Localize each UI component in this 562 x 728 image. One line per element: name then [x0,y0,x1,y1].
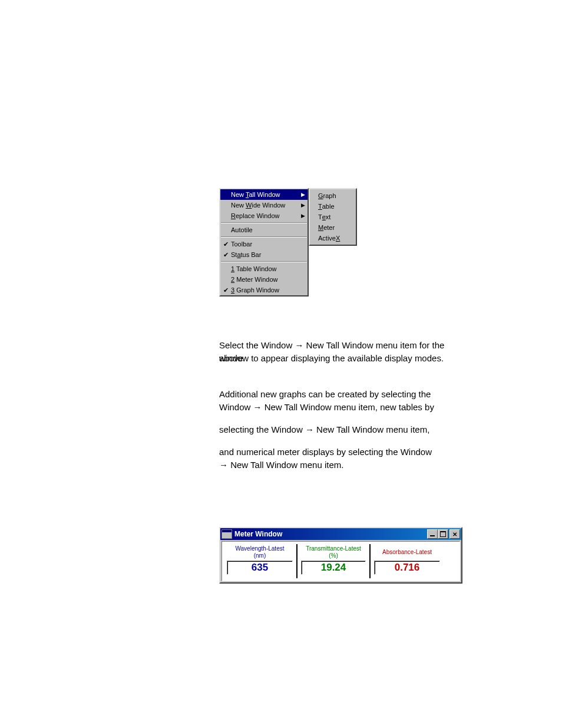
submenu-arrow-icon: ▶ [298,213,305,219]
menu-item[interactable]: ✔3 Graph Window [220,285,308,295]
meter-value: 635 [252,562,268,574]
text: Window [219,402,253,412]
arrow-icon: → [295,340,303,350]
paragraph-2c: selecting the Window → New Tall Window m… [219,423,467,436]
menu-item[interactable]: Replace Window▶ [220,210,308,221]
text: window to appear displaying the availabl… [219,353,444,363]
meter-cell-label: Transmittance-Latest(%) [301,545,366,559]
submenu-item[interactable]: Table [310,201,356,212]
menu-item[interactable]: 1 Table Window [220,263,308,274]
minimize-button[interactable] [427,529,438,539]
paragraph-2e: → New Tall Window menu item. [219,459,467,472]
menu-item[interactable]: 2 Meter Window [220,274,308,285]
menu-item-label: Replace Window [231,212,298,219]
window-menu-main: New Tall Window▶New Wide Window▶Replace … [219,188,309,297]
menu-item-label: 1 Table Window [231,265,298,272]
menu-item[interactable]: New Tall Window▶ [220,189,308,200]
submenu-arrow-icon: ▶ [298,202,305,208]
menu-item-label: New Wide Window [231,202,298,209]
menu-item-label: Autotile [231,226,298,233]
meter-value: 19.24 [321,562,346,574]
meter-window: Meter Window ✕ Wavelength-Latest(nm)635T… [219,527,462,584]
menu-item[interactable]: ✔Toolbar [220,239,308,249]
arrow-icon: → [219,460,228,470]
meter-cell: Transmittance-Latest(%)19.24 [297,544,371,578]
submenu-item[interactable]: ActiveX [310,233,356,243]
text: New Tall Window menu item. [230,460,343,470]
meter-window-titlebar: Meter Window ✕ [220,528,461,540]
paragraph-2b: Window → New Tall Window menu item, new … [219,401,467,414]
arrow-icon: → [305,424,314,434]
window-menu-screenshot: New Tall Window▶New Wide Window▶Replace … [219,188,309,297]
menu-item[interactable]: Autotile [220,225,308,235]
system-menu-icon[interactable] [222,529,232,539]
check-icon: ✔ [220,286,231,294]
meter-cell: Wavelength-Latest(nm)635 [224,544,297,578]
arrow-icon: → [253,402,262,412]
meter-cell-label: Wavelength-Latest(nm) [227,545,293,559]
menu-item-label: Status Bar [231,251,298,258]
meter-value-box: 0.716 [374,561,440,575]
submenu-item[interactable]: Meter [310,222,356,233]
text: Additional new graphs can be created by … [219,389,431,399]
window-menu-submenu: GraphTableTextMeterActiveX [309,188,357,246]
menu-item-label: 3 Graph Window [231,286,298,294]
check-icon: ✔ [220,241,231,248]
meter-window-title: Meter Window [234,530,427,538]
paragraph-2a: Additional new graphs can be created by … [219,388,467,401]
submenu-item[interactable]: Graph [310,190,356,201]
meter-value: 0.716 [395,562,420,574]
text: Select the Window [219,340,295,350]
submenu-item[interactable]: Text [310,212,356,222]
menu-separator [221,261,307,262]
text: New Tall Window menu item, [314,424,429,434]
meter-value-box: 19.24 [301,561,366,575]
text: and numerical meter displays by selectin… [219,447,432,457]
menu-separator [221,236,307,238]
meter-value-box: 635 [227,561,293,575]
menu-item-label: New Tall Window [231,191,298,198]
meter-window-body: Wavelength-Latest(nm)635Transmittance-La… [222,541,460,581]
text: New Tall Window menu item, new tables by [262,402,434,412]
submenu-arrow-icon: ▶ [298,192,305,197]
meter-cell-label: Absorbance-Latest [374,545,440,559]
close-button[interactable]: ✕ [449,529,460,539]
menu-item-label: Toolbar [231,241,298,248]
menu-item[interactable]: New Wide Window▶ [220,200,308,210]
paragraph-1b: window to appear displaying the availabl… [219,352,467,365]
meter-cell: Absorbance-Latest0.716 [371,544,444,578]
menu-item[interactable]: ✔Status Bar [220,249,308,260]
maximize-button[interactable] [438,529,448,539]
menu-item-label: 2 Meter Window [231,276,298,283]
paragraph-2d: and numerical meter displays by selectin… [219,446,467,459]
check-icon: ✔ [220,251,231,259]
menu-separator [221,222,307,223]
meter-cell-empty [444,544,457,578]
text: selecting the Window [219,424,305,434]
